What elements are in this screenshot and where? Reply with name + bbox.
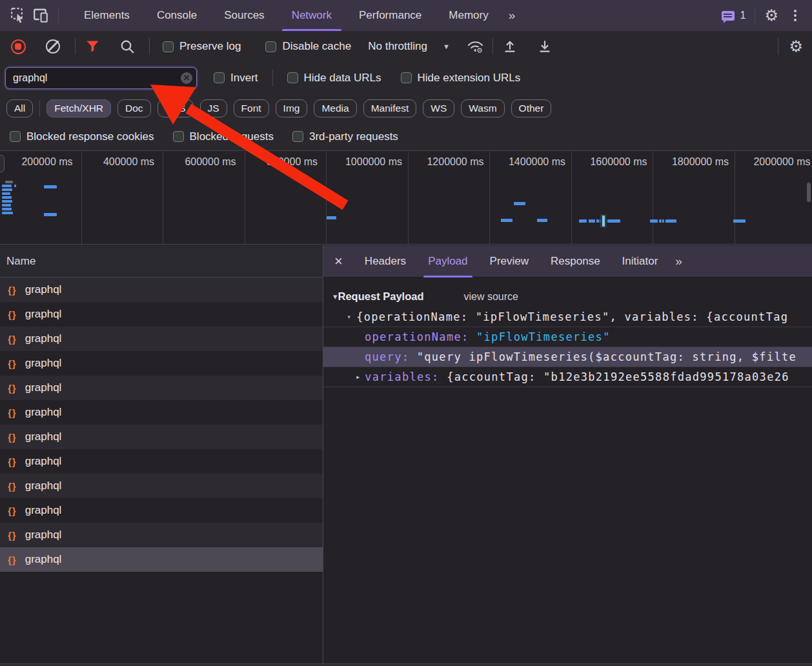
checkbox[interactable] bbox=[163, 41, 174, 52]
filter-input[interactable] bbox=[5, 67, 197, 89]
tab-response[interactable]: Response bbox=[540, 245, 611, 278]
request-row[interactable]: {}graphql bbox=[0, 376, 323, 400]
third-party-requests-label[interactable]: 3rd-party requests bbox=[309, 130, 398, 143]
checkbox[interactable] bbox=[214, 72, 225, 83]
device-toolbar-icon[interactable] bbox=[30, 5, 52, 26]
type-chip-font[interactable]: Font bbox=[234, 99, 269, 117]
type-chip-css[interactable]: CSS bbox=[157, 99, 194, 117]
json-icon: {} bbox=[8, 505, 17, 516]
payload-row-variables[interactable]: ▸variables: {accountTag: "b12e3b2192ee55… bbox=[323, 367, 812, 387]
third-party-requests-checkbox[interactable]: 3rd-party requests bbox=[292, 130, 398, 143]
name-column-header[interactable]: Name bbox=[0, 245, 323, 278]
tab-preview[interactable]: Preview bbox=[479, 245, 540, 278]
hide-data-urls-label[interactable]: Hide data URLs bbox=[304, 72, 381, 85]
type-chip-js[interactable]: JS bbox=[200, 99, 227, 117]
json-icon: {} bbox=[8, 334, 17, 345]
tab-headers[interactable]: Headers bbox=[354, 245, 417, 278]
payload-row-operationname[interactable]: operationName: "ipFlowTimeseries" bbox=[323, 327, 812, 347]
checkbox[interactable] bbox=[401, 72, 412, 83]
disable-cache-label[interactable]: Disable cache bbox=[282, 40, 351, 53]
preserve-log-checkbox[interactable]: Preserve log bbox=[163, 40, 241, 53]
request-row[interactable]: {}graphql bbox=[0, 278, 323, 302]
network-settings-gear-icon[interactable]: ⚙ bbox=[789, 39, 803, 54]
issues-button[interactable]: 1 bbox=[722, 10, 746, 21]
tab-initiator[interactable]: Initiator bbox=[611, 245, 669, 278]
record-network-log-button[interactable] bbox=[9, 37, 27, 56]
checkbox[interactable] bbox=[287, 72, 298, 83]
payload-value: {accountTag: "b12e3b2192ee5588fdad995178… bbox=[440, 370, 789, 383]
type-chip-img[interactable]: Img bbox=[276, 99, 308, 117]
more-panels-icon[interactable]: » bbox=[502, 0, 522, 31]
waterfall-bar bbox=[662, 219, 664, 223]
view-source-link[interactable]: view source bbox=[464, 291, 518, 303]
tab-performance[interactable]: Performance bbox=[345, 0, 435, 31]
type-chip-doc[interactable]: Doc bbox=[117, 99, 151, 117]
invert-checkbox[interactable]: Invert bbox=[214, 72, 258, 85]
kebab-menu-icon[interactable] bbox=[787, 8, 803, 23]
search-icon[interactable] bbox=[118, 37, 136, 56]
request-row[interactable]: {}graphql bbox=[0, 498, 323, 523]
blocked-response-cookies-label[interactable]: Blocked response cookies bbox=[26, 130, 154, 143]
collapse-triangle-icon[interactable]: ▾ bbox=[333, 292, 338, 301]
disable-cache-checkbox[interactable]: Disable cache bbox=[265, 40, 351, 53]
tab-network[interactable]: Network bbox=[278, 0, 345, 31]
preserve-log-label[interactable]: Preserve log bbox=[179, 40, 241, 53]
settings-gear-icon[interactable]: ⚙ bbox=[764, 8, 778, 23]
hide-extension-urls-checkbox[interactable]: Hide extension URLs bbox=[401, 72, 521, 85]
payload-rows: operationName: "ipFlowTimeseries"query: … bbox=[323, 327, 812, 387]
separator bbox=[272, 70, 273, 86]
blocked-requests-label[interactable]: Blocked requests bbox=[190, 130, 274, 143]
type-chip-all[interactable]: All bbox=[6, 99, 33, 117]
import-har-icon[interactable] bbox=[501, 37, 519, 56]
waterfall-bar bbox=[665, 219, 676, 223]
request-row[interactable]: {}graphql bbox=[0, 474, 323, 498]
more-detail-tabs-icon[interactable]: » bbox=[669, 245, 689, 278]
request-row[interactable]: {}graphql bbox=[0, 400, 323, 425]
close-icon[interactable]: × bbox=[323, 253, 354, 270]
type-chip-fetch-xhr[interactable]: Fetch/XHR bbox=[46, 99, 111, 117]
clear-network-log-button[interactable] bbox=[44, 37, 62, 56]
payload-row-query[interactable]: query: "query ipFlowTimeseries($accountT… bbox=[323, 347, 812, 367]
checkbox[interactable] bbox=[265, 41, 276, 52]
type-chip-ws[interactable]: WS bbox=[423, 99, 454, 117]
type-chip-other[interactable]: Other bbox=[511, 99, 552, 117]
blocked-response-cookies-checkbox[interactable]: Blocked response cookies bbox=[10, 130, 154, 143]
payload-summary-row[interactable]: ▾ {operationName: "ipFlowTimeseries", va… bbox=[323, 307, 812, 327]
hide-extension-urls-label[interactable]: Hide extension URLs bbox=[418, 72, 521, 85]
request-row[interactable]: {}graphql bbox=[0, 425, 323, 449]
request-row[interactable]: {}graphql bbox=[0, 449, 323, 474]
tab-console[interactable]: Console bbox=[143, 0, 210, 31]
throttling-dropdown[interactable]: No throttling ▼ bbox=[368, 40, 450, 53]
tab-memory[interactable]: Memory bbox=[435, 0, 502, 31]
inspect-element-icon[interactable] bbox=[8, 5, 30, 26]
request-row[interactable]: {}graphql bbox=[0, 302, 323, 327]
collapse-triangle-icon[interactable]: ▾ bbox=[347, 312, 351, 321]
type-chip-manifest[interactable]: Manifest bbox=[363, 99, 417, 117]
waterfall-bar bbox=[579, 219, 587, 223]
checkbox[interactable] bbox=[173, 131, 184, 142]
separator bbox=[755, 7, 755, 24]
checkbox[interactable] bbox=[10, 131, 21, 142]
hide-data-urls-checkbox[interactable]: Hide data URLs bbox=[287, 72, 381, 85]
checkbox[interactable] bbox=[292, 131, 303, 142]
request-row[interactable]: {}graphql bbox=[0, 351, 323, 376]
filter-funnel-icon[interactable] bbox=[83, 37, 101, 56]
type-chip-media[interactable]: Media bbox=[314, 99, 356, 117]
invert-label[interactable]: Invert bbox=[230, 72, 258, 85]
tab-payload[interactable]: Payload bbox=[417, 245, 478, 278]
request-row[interactable]: {}graphql bbox=[0, 523, 323, 547]
export-har-icon[interactable] bbox=[536, 37, 554, 56]
network-conditions-icon[interactable]: ⚙ bbox=[467, 37, 485, 56]
type-chip-wasm[interactable]: Wasm bbox=[461, 99, 504, 117]
tab-elements[interactable]: Elements bbox=[70, 0, 143, 31]
network-overview-timeline[interactable]: 200000 ms400000 ms600000 ms800000 ms1000… bbox=[0, 152, 812, 245]
clear-filter-icon[interactable]: ✕ bbox=[181, 72, 192, 84]
blocked-requests-checkbox[interactable]: Blocked requests bbox=[173, 130, 274, 143]
devtools-tabbar: ElementsConsoleSourcesNetworkPerformance… bbox=[0, 0, 812, 31]
separator bbox=[492, 38, 493, 55]
request-row[interactable]: {}graphql bbox=[0, 547, 323, 572]
tab-sources[interactable]: Sources bbox=[210, 0, 278, 31]
expand-triangle-icon[interactable]: ▸ bbox=[356, 372, 360, 381]
request-row[interactable]: {}graphql bbox=[0, 327, 323, 351]
request-name: graphql bbox=[25, 455, 62, 468]
